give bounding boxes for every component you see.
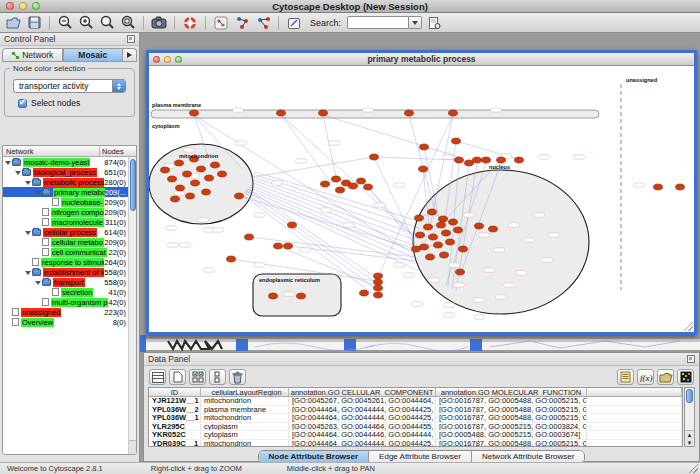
- tree-scroll-thumb[interactable]: [130, 159, 136, 211]
- tree-item-label: cellular process: [43, 228, 97, 237]
- expand-triangle-icon[interactable]: [15, 169, 22, 176]
- select-nodes-checkbox[interactable]: [18, 99, 27, 108]
- tab-mosaic[interactable]: Mosaic: [63, 48, 124, 62]
- tree-item-macromolecule[interactable]: macromolecule311(0): [3, 217, 128, 227]
- tree-item-count: 41(0): [108, 288, 128, 297]
- expand-triangle-icon[interactable]: [5, 159, 12, 166]
- network-window-titlebar[interactable]: primary metabolic process: [149, 53, 694, 66]
- data-panel-header: Data Panel: [144, 353, 699, 366]
- table-row[interactable]: YDR039C__1mitochondrion[GO:0044464, GO:0…: [149, 440, 682, 448]
- search-options-button[interactable]: [425, 14, 443, 31]
- zoom-fit-button[interactable]: [98, 14, 116, 31]
- window-resize-grip[interactable]: [684, 322, 693, 331]
- float-panel-icon[interactable]: [127, 35, 135, 43]
- expand-triangle-icon[interactable]: [35, 189, 42, 196]
- delete-attribute-button[interactable]: [229, 369, 246, 385]
- new-attribute-button[interactable]: [169, 369, 186, 385]
- tree-item-overview[interactable]: Overview8(0): [3, 317, 128, 327]
- tree-item-multi-organism-pro[interactable]: multi-organism pro42(0): [3, 297, 128, 307]
- tree-item-metabolic-process[interactable]: metabolic process280(0): [3, 177, 128, 187]
- tree-item-count: 22(0): [108, 248, 128, 257]
- tree-item-unassigned[interactable]: unassigned223(0): [3, 307, 128, 317]
- tree-item-mosaic-demo-yeast[interactable]: mosaic-demo-yeast874(0): [3, 157, 128, 167]
- function-builder-button[interactable]: f(x): [637, 369, 654, 385]
- import-attributes-button[interactable]: [657, 369, 674, 385]
- app-resize-grip[interactable]: [689, 464, 698, 473]
- help-button[interactable]: [181, 14, 199, 31]
- network-overview-button[interactable]: [212, 14, 230, 31]
- layout-b-button[interactable]: [254, 14, 272, 31]
- open-session-button[interactable]: [4, 14, 22, 31]
- graph-node: [412, 246, 421, 252]
- table-row[interactable]: YPL036W__2plasma membrane[GO:0044464, GO…: [149, 406, 682, 415]
- expand-triangle-icon[interactable]: [25, 269, 32, 276]
- network-close-button[interactable]: [153, 56, 160, 63]
- tree-item-biological-process[interactable]: biological_process651(0): [3, 167, 128, 177]
- notepad-button[interactable]: [617, 369, 634, 385]
- tree-scroll-arrows[interactable]: [129, 440, 137, 454]
- tree-item-cellular-metabo[interactable]: cellular metabo209(0): [3, 237, 128, 247]
- file-icon: [52, 198, 59, 206]
- network-graph[interactable]: plasma membranecytoplasmmitochondrionnuc…: [149, 66, 694, 332]
- search-input[interactable]: [347, 16, 409, 29]
- column-header-0[interactable]: ID: [149, 388, 201, 396]
- annotation-button[interactable]: [285, 14, 303, 31]
- tree-item-label: cell communicat: [51, 248, 107, 257]
- graph-node: [235, 193, 244, 199]
- tree-col-network[interactable]: Network: [3, 146, 100, 156]
- tree-item-secretion[interactable]: secretion41(0): [3, 287, 128, 297]
- search-dropdown-button[interactable]: [409, 16, 422, 29]
- table-scroll-arrows[interactable]: ▲▼: [685, 430, 694, 446]
- folder-icon: [32, 269, 41, 276]
- close-button[interactable]: [6, 2, 14, 10]
- graph-node: [420, 144, 429, 150]
- table-row[interactable]: YLR295Ccytoplasm[GO:0045263, GO:0044464,…: [149, 423, 682, 432]
- matrix-view-button[interactable]: [677, 369, 694, 385]
- table-row[interactable]: YPL036W__1mitochondrion[GO:0044464, GO:0…: [149, 414, 682, 423]
- tree-item-cell-communicat[interactable]: cell communicat22(0): [3, 247, 128, 257]
- zoom-button[interactable]: [32, 2, 40, 10]
- network-overview-icon: [214, 16, 228, 30]
- more-tabs-button[interactable]: [123, 48, 137, 62]
- tree-item-establishment-of-lo[interactable]: establishment of lo558(0): [3, 267, 128, 277]
- zoom-in-button[interactable]: [77, 14, 95, 31]
- layout-a-button[interactable]: [233, 14, 251, 31]
- network-minimize-button[interactable]: [164, 56, 171, 63]
- expand-triangle-icon[interactable]: [25, 179, 32, 186]
- attribute-select-button[interactable]: [149, 369, 166, 385]
- save-session-button[interactable]: [25, 14, 43, 31]
- table-cell: [GO:0044464, GO:0044444, GO:0044425, G..…: [289, 440, 436, 448]
- attribute-matrix-small-button[interactable]: [209, 369, 226, 385]
- table-scrollbar[interactable]: ▲▼: [684, 387, 695, 447]
- network-window[interactable]: primary metabolic process plasma membran…: [146, 50, 697, 335]
- tree-item-transport[interactable]: transport558(0): [3, 277, 128, 287]
- float-panel-icon[interactable]: [687, 355, 695, 363]
- column-header-3[interactable]: annotation.GO MOLECULAR_FUNCTION: [436, 388, 587, 396]
- zoom-out-button[interactable]: [56, 14, 74, 31]
- expand-triangle-icon[interactable]: [25, 229, 32, 236]
- tree-item-response-to-stimulu[interactable]: response to stimulu264(0): [3, 257, 128, 267]
- attribute-matrix-button[interactable]: [189, 369, 206, 385]
- node-label-box: [479, 233, 490, 237]
- tree-item-nitrogen-compo[interactable]: nitrogen compo209(0): [3, 207, 128, 217]
- snapshot-button[interactable]: [150, 14, 168, 31]
- minimize-button[interactable]: [19, 2, 27, 10]
- tree-item-nucleobase-[interactable]: nucleobase-209(0): [3, 197, 128, 207]
- network-canvas[interactable]: plasma membranecytoplasmmitochondrionnuc…: [149, 66, 694, 332]
- table-row[interactable]: YKR052Ccytoplasm[GO:0044464, GO:0044446,…: [149, 431, 682, 440]
- expand-triangle-icon[interactable]: [35, 279, 42, 286]
- column-header-1[interactable]: _cellularLayoutRegion: [201, 388, 289, 396]
- tree-scrollbar[interactable]: [128, 157, 136, 454]
- zoom-selected-button[interactable]: [119, 14, 137, 31]
- file-icon: [42, 238, 49, 246]
- column-header-2[interactable]: annotation.GO CELLULAR_COMPONENT: [289, 388, 436, 396]
- table-row[interactable]: YJR121W__1mitochondrion[GO:0045267, GO:0…: [149, 397, 682, 406]
- tab-network[interactable]: Network: [2, 48, 63, 62]
- table-scroll-thumb[interactable]: [686, 389, 693, 403]
- graph-node: [269, 293, 278, 299]
- tree-item-cellular-process[interactable]: cellular process614(0): [3, 227, 128, 237]
- tree-col-nodes[interactable]: Nodes: [100, 146, 136, 156]
- network-zoom-button[interactable]: [175, 56, 182, 63]
- node-color-dropdown[interactable]: transporter activity: [13, 79, 126, 93]
- tree-item-primary-metabo[interactable]: primary metabo209(...: [3, 187, 128, 197]
